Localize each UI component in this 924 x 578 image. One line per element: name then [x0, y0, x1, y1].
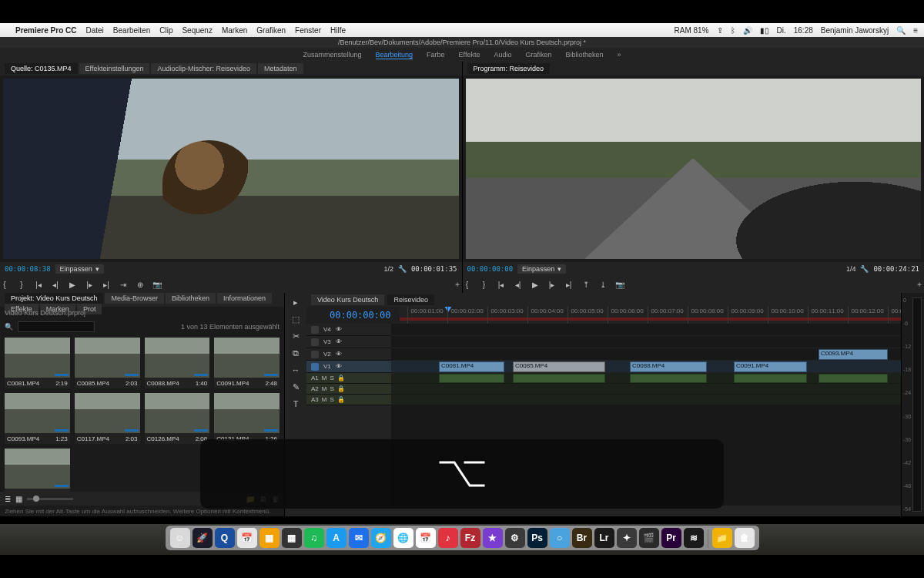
mark-in-button[interactable]: { [463, 280, 472, 289]
timeline-playhead-tc[interactable]: 00:00:00:00 [306, 310, 400, 321]
hand-tool[interactable]: ✎ [289, 381, 303, 393]
timeline-audio-clip[interactable] [734, 374, 807, 383]
play-button[interactable]: ▶ [68, 280, 77, 289]
dock-app[interactable]: ▦ [259, 528, 280, 548]
step-back-button[interactable]: ◂| [51, 280, 60, 289]
menubar-user[interactable]: Benjamin Jaworskyj [821, 26, 889, 35]
dock-app[interactable]: Q [215, 528, 235, 548]
tab-metadata[interactable]: Metadaten [258, 63, 303, 74]
tab-program[interactable]: Programm: Reisevideo [467, 63, 551, 74]
track-header-v2[interactable]: V2👁 [306, 348, 391, 361]
dock-app[interactable]: ▦ [282, 528, 302, 548]
menu-hilfe[interactable]: Hilfe [330, 26, 346, 35]
ws-grafiken[interactable]: Grafiken [525, 51, 551, 59]
type-tool[interactable]: T [289, 398, 303, 410]
track-row-a3[interactable] [391, 395, 901, 405]
dock-app[interactable]: 🚀 [192, 528, 213, 548]
lift-button[interactable]: ⤒ [581, 280, 591, 289]
ws-bearbeitung[interactable]: Bearbeitung [376, 51, 413, 59]
track-toggle-icon[interactable] [311, 338, 319, 346]
thumbnail-size-slider[interactable] [27, 498, 73, 500]
go-to-in-button[interactable]: |◂ [34, 280, 43, 289]
timeline-clip[interactable]: C0091.MP4 [734, 361, 807, 372]
dock-app[interactable]: 📅 [416, 528, 436, 548]
source-video-frame[interactable] [3, 79, 459, 259]
menu-fenster[interactable]: Fenster [295, 26, 321, 35]
track-select-tool[interactable]: ⬚ [289, 313, 303, 325]
dock-app[interactable]: A [326, 528, 346, 548]
play-button[interactable]: ▶ [531, 280, 540, 289]
menu-grafiken[interactable]: Grafiken [256, 26, 286, 35]
dock-app[interactable]: ☺ [170, 528, 190, 548]
spotlight-icon[interactable]: 🔍 [896, 26, 906, 35]
project-clip[interactable]: C0091.MP42:48 [214, 338, 280, 388]
icon-view-icon[interactable]: ▦ [15, 495, 22, 503]
overwrite-button[interactable]: ⊕ [136, 280, 145, 289]
go-to-in-button[interactable]: |◂ [497, 280, 506, 289]
export-frame-button[interactable]: 📷 [152, 280, 162, 289]
menu-sequenz[interactable]: Sequenz [182, 26, 212, 35]
timeline-clip[interactable]: C0088.MP4 [630, 361, 707, 372]
tab-effect-controls[interactable]: Effekteinstellungen [79, 63, 150, 74]
timeline-clip[interactable]: C0093.MP4 [819, 349, 888, 360]
menu-marken[interactable]: Marken [222, 26, 247, 35]
tab-audio-mixer[interactable]: Audioclip-Mischer: Reisevideo [151, 63, 256, 74]
timeline-ruler[interactable] [400, 307, 901, 324]
dock-app[interactable]: ≋ [684, 528, 704, 548]
timeline-clip[interactable]: C0085.MP4 [513, 361, 605, 372]
insert-button[interactable]: ⇥ [119, 280, 128, 289]
go-to-out-button[interactable]: ▸| [102, 280, 111, 289]
tab-project[interactable]: Projekt: Video Kurs Deutsch [5, 293, 103, 304]
project-clip[interactable]: C0135.MP41:35 [5, 449, 70, 492]
ws-farbe[interactable]: Farbe [427, 51, 445, 59]
project-clip[interactable]: C0117.MP42:03 [75, 393, 140, 444]
program-video-frame[interactable] [466, 79, 922, 259]
dock-app[interactable]: 🗑 [735, 528, 755, 548]
program-fit-dropdown[interactable]: Einpassen ▾ [517, 264, 566, 274]
notification-center-icon[interactable]: ≡ [913, 26, 918, 35]
mark-out-button[interactable]: } [17, 280, 26, 289]
menu-bearbeiten[interactable]: Bearbeiten [113, 26, 150, 35]
dock-app[interactable]: Br [572, 528, 592, 548]
add-button-icon[interactable]: ＋ [915, 280, 924, 289]
timeline-audio-clip[interactable] [819, 374, 888, 383]
project-search-input[interactable] [18, 321, 95, 332]
source-fit-dropdown[interactable]: Einpassen ▾ [55, 264, 104, 274]
source-zoom-level[interactable]: 1/2 [383, 265, 393, 273]
step-fwd-button[interactable]: |▸ [85, 280, 94, 289]
dock-app[interactable]: Fz [460, 528, 480, 548]
dock-app[interactable]: ○ [550, 528, 570, 548]
tab-media-browser[interactable]: Media-Browser [105, 293, 164, 304]
track-row-a2[interactable] [391, 384, 901, 395]
project-clip[interactable]: C0081.MP42:19 [5, 338, 70, 388]
mark-out-button[interactable]: } [480, 280, 489, 289]
work-area-bar[interactable] [400, 318, 901, 321]
project-clip[interactable]: C0085.MP42:03 [75, 338, 140, 388]
slip-tool[interactable]: ⧉ [289, 347, 303, 359]
tab-info[interactable]: Informationen [217, 293, 272, 304]
ws-effekte[interactable]: Effekte [459, 51, 480, 59]
app-name[interactable]: Premiere Pro CC [15, 26, 76, 35]
ws-zusammenstellung[interactable]: Zusammenstellung [303, 51, 361, 59]
sequence-tab-0[interactable]: Video Kurs Deutsch [311, 294, 384, 305]
settings-icon[interactable]: 🔧 [398, 265, 407, 273]
dock-app[interactable]: ⚙ [505, 528, 525, 548]
mark-in-button[interactable]: { [0, 280, 9, 289]
dock-app[interactable]: Lr [594, 528, 614, 548]
track-header-a3[interactable]: A3MS🔒 [306, 395, 391, 405]
track-toggle-icon[interactable] [311, 351, 319, 358]
extract-button[interactable]: ⤓ [598, 280, 608, 289]
list-view-icon[interactable]: ≣ [5, 495, 11, 503]
dock-app[interactable]: 🌐 [393, 528, 413, 548]
project-clip[interactable]: C0126.MP42:08 [145, 393, 210, 444]
timeline-audio-clip[interactable] [630, 374, 707, 383]
program-zoom-level[interactable]: 1/4 [846, 265, 856, 273]
project-clip[interactable]: C0131.MP41:26 [214, 393, 280, 444]
timeline-audio-clip[interactable] [439, 374, 504, 383]
volume-icon[interactable]: 🔊 [743, 26, 752, 35]
add-button-icon[interactable]: ＋ [453, 280, 462, 289]
dock-app[interactable]: 📁 [712, 528, 732, 548]
dock-app[interactable]: Pr [661, 528, 681, 548]
dock-app[interactable]: ★ [483, 528, 503, 548]
step-back-button[interactable]: ◂| [514, 280, 523, 289]
